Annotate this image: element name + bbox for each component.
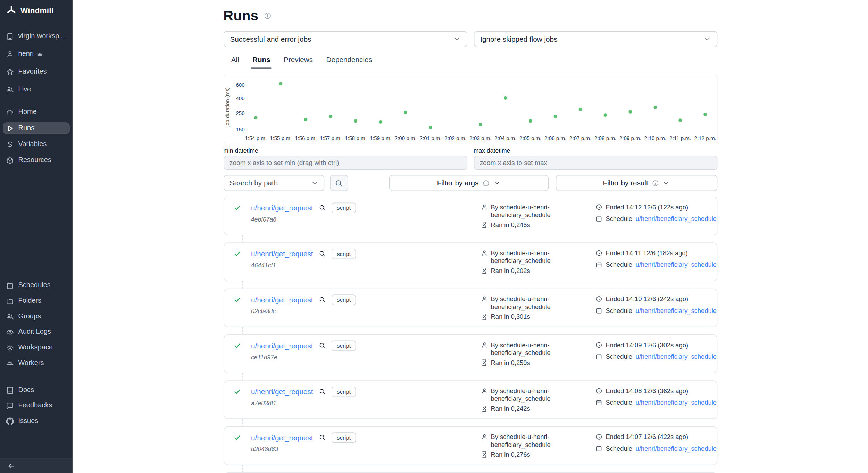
timeline-connector — [242, 465, 242, 472]
run-id: 02cfa3dc — [251, 308, 481, 314]
min-datetime-label: min datetime — [223, 147, 467, 154]
svg-text:1:56 p.m.: 1:56 p.m. — [294, 135, 316, 141]
user-icon — [481, 204, 487, 210]
run-path-link[interactable]: u/henri/get_request — [251, 296, 313, 304]
home-icon — [6, 108, 14, 116]
run-triggered-by: By schedule-u-henri-beneficiary_schedule — [491, 249, 561, 265]
run-path-link[interactable]: u/henri/get_request — [251, 341, 313, 350]
success-check-icon — [233, 434, 241, 441]
sidebar-item-groups[interactable]: Groups — [3, 311, 69, 322]
magnifier-icon[interactable] — [319, 296, 326, 303]
job-kind-badge: script — [332, 341, 356, 351]
run-ended-time: Ended 14:07 12/6 (422s ago) — [606, 433, 688, 441]
sidebar-item-feedbacks[interactable]: Feedbacks — [3, 400, 69, 411]
sidebar-item-schedules[interactable]: Schedules — [3, 280, 69, 291]
success-check-icon — [233, 250, 241, 258]
tab-all[interactable]: All — [230, 52, 240, 68]
workers-label: Workers — [18, 359, 44, 367]
windmill-logo[interactable]: Windmill — [0, 0, 73, 20]
run-card: u/henri/get_request script 02cfa3dc By s… — [223, 289, 717, 327]
sidebar-item-favorites[interactable]: Favorites — [3, 66, 69, 77]
duration-chart[interactable]: job duration (ms)1502504006001:54 p.m.1:… — [223, 75, 717, 143]
schedule-link[interactable]: u/henri/beneficiary_schedule — [636, 261, 717, 268]
hourglass-icon — [481, 451, 487, 458]
tab-previews[interactable]: Previews — [283, 52, 314, 68]
run-path-link[interactable]: u/henri/get_request — [251, 204, 313, 212]
run-card: u/henri/get_request script ce11d97e By s… — [223, 334, 717, 373]
filter-by-result-button[interactable]: Filter by result — [556, 175, 717, 191]
info-icon[interactable] — [483, 180, 489, 186]
svg-text:150: 150 — [236, 126, 244, 132]
sidebar-item-live[interactable]: Live — [3, 84, 69, 94]
sidebar-item-home[interactable]: Home — [3, 107, 69, 117]
svg-text:250: 250 — [236, 110, 244, 116]
search-by-path-select[interactable]: Search by path — [223, 175, 324, 191]
schedule-link[interactable]: u/henri/beneficiary_schedule — [636, 215, 717, 223]
sidebar-item-docs[interactable]: Docs — [3, 385, 69, 395]
timeline-connector — [242, 235, 242, 243]
magnifier-icon[interactable] — [319, 388, 326, 395]
sidebar-item-workers[interactable]: Workers — [3, 358, 69, 368]
sidebar-item-folders[interactable]: Folders — [3, 296, 69, 306]
info-icon[interactable] — [264, 12, 271, 19]
filter-by-args-button[interactable]: Filter by args — [389, 175, 548, 191]
chevron-down-icon — [453, 35, 460, 43]
sidebar-item-runs[interactable]: Runs — [3, 123, 69, 133]
info-icon[interactable] — [652, 180, 659, 186]
sidebar-item-audit-logs[interactable]: Audit Logs — [3, 327, 69, 337]
schedule-link[interactable]: u/henri/beneficiary_schedule — [636, 445, 717, 452]
min-datetime-input[interactable] — [223, 156, 467, 170]
run-duration: Ran in 0,301s — [491, 313, 530, 320]
max-datetime-input[interactable] — [474, 156, 717, 170]
chevron-down-icon — [703, 35, 711, 43]
calendar-icon — [6, 282, 14, 289]
message-icon — [6, 402, 14, 409]
schedule-link[interactable]: u/henri/beneficiary_schedule — [636, 307, 717, 314]
star-icon — [6, 68, 14, 75]
svg-text:2:06 p.m.: 2:06 p.m. — [544, 135, 566, 141]
schedule-label: Schedule — [606, 399, 632, 406]
sidebar-item-resources[interactable]: Resources — [3, 155, 69, 165]
user-menu[interactable]: henri — [3, 49, 69, 59]
run-path-link[interactable]: u/henri/get_request — [251, 250, 313, 258]
cube-icon — [6, 156, 14, 164]
magnifier-icon[interactable] — [319, 434, 326, 441]
run-ended-time: Ended 14:11 12/6 (182s ago) — [606, 249, 687, 257]
folders-label: Folders — [18, 297, 41, 305]
job-kind-badge: script — [332, 249, 356, 259]
user-icon — [481, 296, 487, 302]
sidebar-item-variables[interactable]: Variables — [3, 139, 69, 149]
sidebar-item-workspace[interactable]: Workspace — [3, 342, 69, 352]
building-icon — [6, 32, 14, 40]
magnifier-icon[interactable] — [319, 342, 326, 349]
schedule-link[interactable]: u/henri/beneficiary_schedule — [636, 399, 717, 406]
tab-dependencies[interactable]: Dependencies — [325, 52, 373, 68]
duration-scatter-plot[interactable]: job duration (ms)1502504006001:54 p.m.1:… — [224, 75, 717, 143]
magnifier-icon[interactable] — [319, 205, 326, 211]
magnifier-icon[interactable] — [319, 250, 326, 257]
runs-label: Runs — [18, 124, 35, 132]
run-card: u/henri/get_request script 46441cf1 By s… — [223, 242, 717, 281]
svg-text:2:09 p.m.: 2:09 p.m. — [619, 135, 641, 141]
svg-text:2:12 p.m.: 2:12 p.m. — [694, 135, 716, 141]
run-duration: Ran in 0,259s — [491, 359, 530, 366]
tab-runs[interactable]: Runs — [251, 52, 272, 68]
clock-icon — [596, 388, 602, 394]
sidebar-item-issues[interactable]: Issues — [3, 416, 69, 426]
page-title: Runs — [223, 8, 258, 24]
calendar-icon — [596, 445, 602, 452]
variables-label: Variables — [18, 140, 47, 148]
schedule-link[interactable]: u/henri/beneficiary_schedule — [636, 353, 717, 360]
run-path-link[interactable]: u/henri/get_request — [251, 388, 313, 396]
svg-text:2:10 p.m.: 2:10 p.m. — [644, 135, 666, 141]
skipped-flow-value: Ignore skipped flow jobs — [480, 35, 557, 43]
collapse-sidebar-button[interactable] — [7, 462, 15, 470]
skipped-flow-select[interactable]: Ignore skipped flow jobs — [474, 31, 717, 47]
job-status-select[interactable]: Successful and error jobs — [223, 31, 467, 47]
groups-label: Groups — [18, 312, 41, 321]
run-path-link[interactable]: u/henri/get_request — [251, 433, 313, 442]
book-icon — [6, 386, 14, 394]
run-list: u/henri/get_request script 4ebf67a8 By s… — [223, 197, 717, 473]
workspace-selector[interactable]: virgin-worksp... — [3, 31, 69, 41]
search-button[interactable] — [329, 175, 348, 191]
